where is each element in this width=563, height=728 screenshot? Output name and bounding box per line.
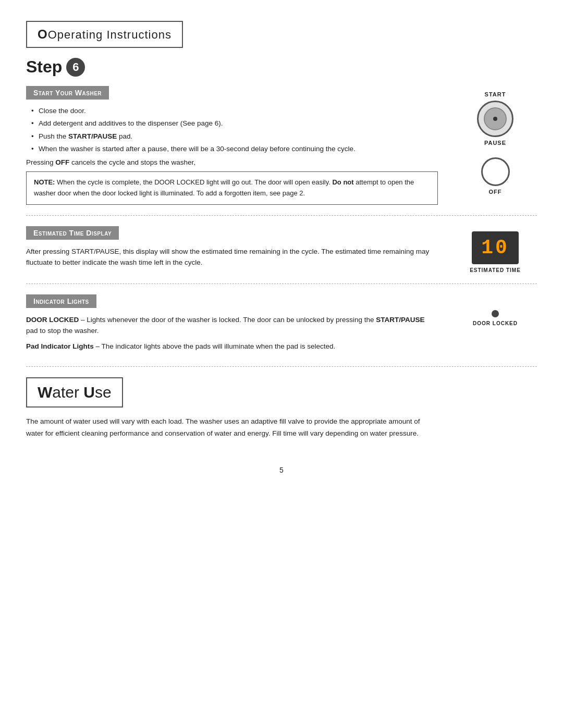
pad-indicator-text: Pad Indicator Lights – The indicator lig… — [26, 341, 438, 352]
step-number: 6 — [66, 58, 85, 77]
start-label: START — [485, 91, 506, 97]
water-use-title: Water Use — [38, 384, 112, 401]
estimated-time-title-box: Estimated Time Display — [26, 226, 119, 240]
pad-indicator-desc: – The indicator lights above the pads wi… — [94, 342, 336, 350]
door-locked-illustration: DOOR LOCKED — [454, 294, 537, 356]
start-button-outer — [477, 101, 513, 137]
estimated-time-title: Estimated Time Display — [33, 229, 112, 237]
water-use-use-text: se — [95, 384, 112, 401]
estimated-time-label: ESTIMATED TIME — [470, 267, 521, 273]
bullet-close-door: Close the door. — [31, 106, 438, 116]
indicator-lights-title: Indicator Lights — [33, 297, 89, 305]
off-label: OFF — [489, 189, 502, 195]
note-box: NOTE: When the cycle is complete, the DO… — [26, 171, 438, 205]
start-washer-illustration: START PAUSE OFF — [454, 86, 537, 205]
start-washer-bullets: Close the door. Add detergent and additi… — [31, 106, 438, 154]
indicator-lights-content: Indicator Lights DOOR LOCKED – Lights wh… — [26, 294, 438, 356]
start-button-illustration: START PAUSE — [477, 91, 513, 146]
door-locked-indicator: DOOR LOCKED — [473, 300, 518, 326]
estimated-time-text: After pressing START/PAUSE, this display… — [26, 246, 438, 268]
indicator-lights-section: Indicator Lights DOOR LOCKED – Lights wh… — [26, 294, 537, 367]
off-cancel-line: Pressing OFF cancels the cycle and stops… — [26, 158, 438, 166]
bullet-add-detergent: Add detergent and additives to the dispe… — [31, 118, 438, 129]
water-use-right — [454, 377, 537, 440]
pad-indicator-bold: Pad Indicator Lights — [26, 342, 94, 350]
water-use-title-box: Water Use — [26, 377, 123, 408]
pause-label: PAUSE — [484, 140, 506, 146]
water-use-body: The amount of water used will vary with … — [26, 416, 438, 440]
estimated-time-illustration: 10 ESTIMATED TIME — [454, 226, 537, 273]
start-washer-section: Start Your Washer Close the door. Add de… — [26, 86, 537, 216]
water-use-content: Water Use The amount of water used will … — [26, 377, 438, 440]
start-washer-title-box: Start Your Washer — [26, 86, 109, 100]
start-washer-title: Start Your Washer — [33, 89, 102, 97]
door-locked-dot — [492, 310, 499, 317]
estimated-time-section: Estimated Time Display After pressing ST… — [26, 226, 537, 284]
time-display: 10 — [472, 231, 519, 264]
page-header-title: OOperating Instructions — [38, 27, 172, 42]
door-locked-desc: – Lights whenever the door of the washer… — [26, 316, 425, 335]
off-button-ring — [481, 157, 510, 186]
door-locked-label: DOOR LOCKED — [473, 320, 518, 326]
estimated-time-content: Estimated Time Display After pressing ST… — [26, 226, 438, 273]
indicator-lights-title-box: Indicator Lights — [26, 294, 96, 308]
step-heading: Step 6 — [26, 57, 537, 77]
water-use-section: Water Use The amount of water used will … — [26, 377, 537, 450]
door-locked-text: DOOR LOCKED – Lights whenever the door o… — [26, 314, 438, 337]
step-label: Step — [26, 57, 62, 77]
off-button-illustration: OFF — [481, 157, 510, 195]
bullet-push-start: Push the START/PAUSE pad. — [31, 131, 438, 142]
page-header: OOperating Instructions — [26, 21, 183, 48]
start-button-dot — [493, 117, 497, 121]
water-use-title-text: ater — [52, 384, 83, 401]
start-washer-content: Start Your Washer Close the door. Add de… — [26, 86, 438, 205]
start-button-inner — [484, 107, 507, 130]
page-number: 5 — [26, 466, 537, 474]
bullet-30-second: When the washer is started after a pause… — [31, 144, 438, 154]
door-locked-bold: DOOR LOCKED — [26, 316, 79, 324]
